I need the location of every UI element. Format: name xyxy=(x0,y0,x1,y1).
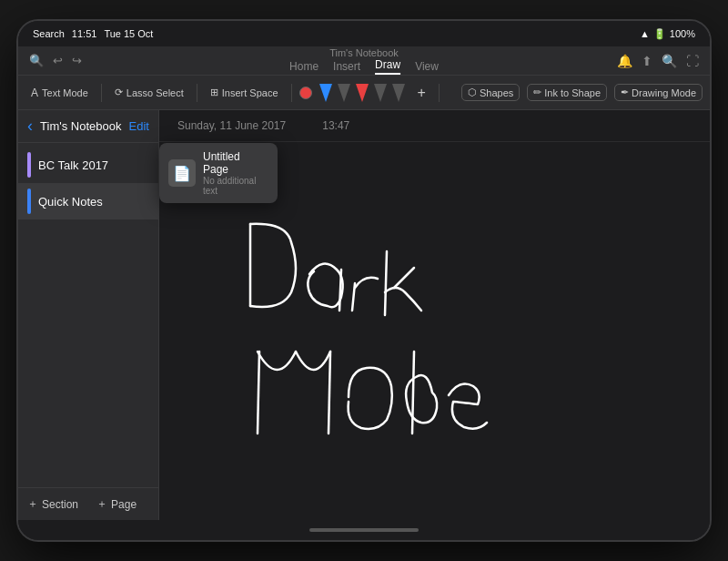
page-doc-icon: 📄 xyxy=(173,165,191,182)
sidebar-item-bc-talk[interactable]: BC Talk 2017 xyxy=(18,147,158,183)
tab-view[interactable]: View xyxy=(415,60,439,73)
pen-tools xyxy=(318,81,407,105)
lasso-select-button[interactable]: ⟳ Lasso Select xyxy=(109,84,189,101)
wifi-icon: ▲ xyxy=(640,28,650,39)
pen-2[interactable] xyxy=(336,81,352,105)
redo-icon[interactable]: ↪ xyxy=(72,54,82,67)
pen-4[interactable] xyxy=(372,81,389,105)
sidebar-item-label-quick-notes: Quick Notes xyxy=(38,195,103,209)
canvas-header: Sunday, 11 June 2017 13:47 xyxy=(159,110,710,142)
sidebar-back-button[interactable]: ‹ xyxy=(27,117,33,136)
main-area: ‹ Tim's Notebook Edit BC Talk 2017 Quick… xyxy=(18,110,710,520)
top-nav: 🔍 ↩ ↪ Tim's Notebook Home Insert Draw Vi… xyxy=(18,46,710,76)
ink-to-shape-button[interactable]: ✏ Ink to Shape xyxy=(527,84,607,101)
battery-icon: 🔋 xyxy=(653,28,666,40)
toolbar: A Text Mode ⟳ Lasso Select ⊞ Insert Spac… xyxy=(18,76,710,110)
canvas-time: 13:47 xyxy=(322,119,349,132)
notebook-title-top: Tim's Notebook xyxy=(329,47,399,58)
canvas-date: Sunday, 11 June 2017 xyxy=(177,119,286,132)
tab-home[interactable]: Home xyxy=(289,60,318,73)
color-picker[interactable] xyxy=(299,87,312,99)
time-display: 11:51 xyxy=(72,28,97,39)
pen-5[interactable] xyxy=(390,81,407,105)
sidebar-header: ‹ Tim's Notebook Edit xyxy=(18,110,158,143)
popup-item-title: Untitled Page xyxy=(203,150,268,176)
separator-2 xyxy=(197,84,197,102)
separator-3 xyxy=(291,84,292,102)
add-page-button[interactable]: ＋ Page xyxy=(96,496,136,512)
popup-item-untitled[interactable]: 📄 Untitled Page No additional text xyxy=(159,143,278,203)
share-icon[interactable]: ⬆ xyxy=(642,54,652,68)
zoom-out-icon[interactable]: 🔍 xyxy=(29,54,44,67)
separator-4 xyxy=(439,84,440,102)
text-mode-button[interactable]: A Text Mode xyxy=(25,84,94,102)
battery-label: 100% xyxy=(670,28,695,39)
toolbar-right: ⬡ Shapes ✏ Ink to Shape ✒ Drawing Mode xyxy=(461,84,703,101)
home-indicator xyxy=(18,520,710,540)
date-display: Tue 15 Oct xyxy=(104,28,153,39)
search-label[interactable]: Search xyxy=(33,28,65,39)
plus-section-icon: ＋ xyxy=(27,496,38,512)
shapes-icon: ⬡ xyxy=(468,87,477,98)
popup-item-text: Untitled Page No additional text xyxy=(203,150,268,196)
sidebar: ‹ Tim's Notebook Edit BC Talk 2017 Quick… xyxy=(18,110,159,520)
sidebar-notebook-title: Tim's Notebook xyxy=(40,119,121,133)
tab-insert[interactable]: Insert xyxy=(333,60,360,73)
plus-page-icon: ＋ xyxy=(96,496,107,512)
add-section-button[interactable]: ＋ Section xyxy=(27,496,78,512)
undo-icon[interactable]: ↩ xyxy=(53,54,63,67)
expand-icon[interactable]: ⛶ xyxy=(686,54,699,68)
nav-tabs: Home Insert Draw View xyxy=(289,58,439,75)
add-tool-button[interactable]: + xyxy=(412,82,431,104)
drawing-icon: ✒ xyxy=(621,87,629,98)
sidebar-item-quick-notes[interactable]: Quick Notes xyxy=(18,183,158,219)
sidebar-color-bar-bc-talk xyxy=(27,152,31,178)
insert-space-button[interactable]: ⊞ Insert Space xyxy=(205,84,284,101)
pen-1[interactable] xyxy=(318,81,334,105)
sidebar-item-label-bc-talk: BC Talk 2017 xyxy=(38,158,108,172)
nav-right-icons: 🔔 ⬆ 🔍 ⛶ xyxy=(617,54,699,68)
tab-draw[interactable]: Draw xyxy=(375,58,400,75)
ink-icon: ✏ xyxy=(533,87,541,98)
sidebar-items: BC Talk 2017 Quick Notes xyxy=(18,143,158,487)
status-bar: Search 11:51 Tue 15 Oct ▲ 🔋 100% xyxy=(18,21,710,46)
popup-menu: 📄 Untitled Page No additional text xyxy=(159,143,278,203)
text-mode-icon: A xyxy=(31,87,38,99)
device-frame: Search 11:51 Tue 15 Oct ▲ 🔋 100% 🔍 ↩ ↪ T… xyxy=(18,21,710,540)
shapes-button[interactable]: ⬡ Shapes xyxy=(461,84,520,101)
home-bar xyxy=(309,528,419,532)
sidebar-edit-button[interactable]: Edit xyxy=(129,119,149,133)
sidebar-color-bar-quick-notes xyxy=(27,189,31,214)
popup-item-icon: 📄 xyxy=(168,159,196,187)
insert-space-icon: ⊞ xyxy=(210,87,218,98)
search-icon[interactable]: 🔍 xyxy=(662,54,677,68)
nav-left-icons: 🔍 ↩ ↪ xyxy=(29,54,82,67)
pen-3[interactable] xyxy=(354,81,370,105)
sidebar-footer: ＋ Section ＋ Page xyxy=(18,487,158,520)
lasso-icon: ⟳ xyxy=(115,87,123,98)
bell-icon[interactable]: 🔔 xyxy=(617,54,632,68)
separator-1 xyxy=(101,84,102,102)
status-right: ▲ 🔋 100% xyxy=(640,28,695,40)
drawing-mode-button[interactable]: ✒ Drawing Mode xyxy=(614,84,703,101)
popup-item-subtitle: No additional text xyxy=(203,176,268,196)
top-nav-center: Tim's Notebook Home Insert Draw View xyxy=(289,47,439,75)
